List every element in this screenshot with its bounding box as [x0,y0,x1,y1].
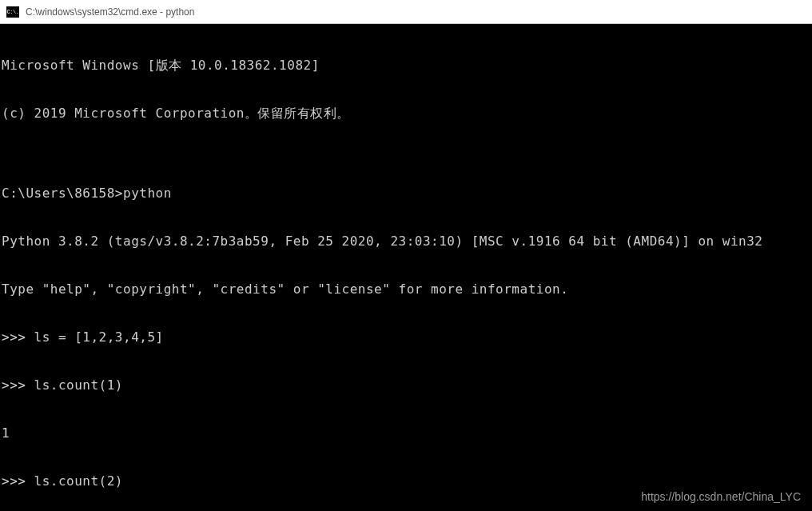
window-title: C:\windows\system32\cmd.exe - python [26,6,194,18]
terminal-line: >>> ls.count(1) [2,377,812,393]
terminal-line: (c) 2019 Microsoft Corporation。保留所有权利。 [2,106,812,122]
terminal-line: Microsoft Windows [版本 10.0.18362.1082] [2,58,812,74]
terminal-output[interactable]: Microsoft Windows [版本 10.0.18362.1082] (… [0,24,812,511]
watermark-text: https://blog.csdn.net/China_LYC [641,490,801,503]
terminal-line: C:\Users\86158>python [2,186,812,202]
terminal-line: >>> ls = [1,2,3,4,5] [2,329,812,345]
terminal-line: Type "help", "copyright", "credits" or "… [2,281,812,297]
cmd-icon-text: C:\. [7,9,19,15]
terminal-line: 1 [2,425,812,441]
terminal-line: >>> ls.count(2) [2,473,812,489]
window-title-bar[interactable]: C:\. C:\windows\system32\cmd.exe - pytho… [0,0,812,24]
cmd-icon: C:\. [6,6,19,18]
terminal-line: Python 3.8.2 (tags/v3.8.2:7b3ab59, Feb 2… [2,234,812,250]
